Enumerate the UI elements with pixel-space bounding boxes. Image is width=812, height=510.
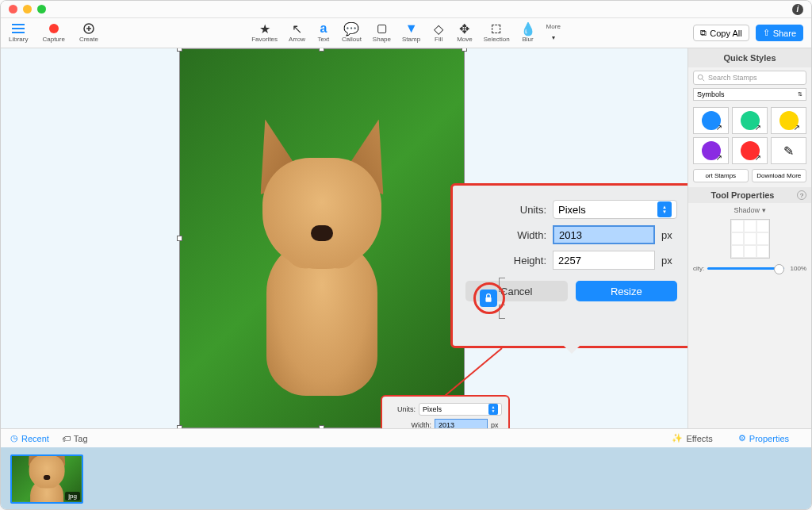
stamp-purple-cursor[interactable] [693, 137, 729, 164]
opacity-label: city: [693, 265, 704, 272]
units-select[interactable]: Pixels ▲▼ [553, 200, 677, 219]
aspect-lock-area [473, 274, 508, 322]
toolbar: Library Capture Create ★Favorites ↖Arrow… [1, 18, 811, 48]
close-window-button[interactable] [9, 5, 17, 13]
help-icon[interactable]: ? [797, 190, 806, 200]
resize-handle-bm[interactable] [319, 425, 324, 428]
px-label: px [491, 421, 502, 428]
window-controls [9, 5, 46, 13]
favorites-tool[interactable]: ★Favorites [251, 23, 278, 43]
width-label-sm: Width: [404, 421, 431, 428]
px-label: px [661, 255, 677, 267]
image-content [180, 49, 464, 428]
stamp-tool[interactable]: ▼Stamp [402, 23, 420, 43]
resize-button[interactable]: Resize [576, 281, 678, 301]
height-input[interactable]: 2257 [553, 251, 655, 270]
units-select-sm[interactable]: Pixels ▲▼ [419, 403, 502, 416]
shape-tool[interactable]: Shape [373, 23, 391, 43]
height-label: Height: [500, 255, 546, 267]
blur-tool[interactable]: 💧Blur [521, 23, 535, 43]
recent-button[interactable]: ◷ Recent [10, 433, 49, 443]
share-icon: ⇧ [763, 28, 770, 38]
selection-icon [489, 23, 504, 34]
more-tools[interactable]: More▾ [546, 23, 561, 43]
plus-icon [82, 23, 96, 34]
opacity-slider[interactable] [707, 267, 784, 270]
stamp-icon: ▼ [404, 23, 419, 34]
resize-popover-small: Units: Pixels ▲▼ Width: [381, 395, 510, 428]
library-label: Library [9, 36, 28, 43]
stamp-blue-cursor[interactable] [693, 107, 729, 134]
svg-point-3 [698, 75, 703, 79]
effects-button[interactable]: ✨ Effects [672, 433, 712, 443]
tray-thumbnail[interactable]: jpg [10, 454, 83, 504]
shadow-label[interactable]: Shadow ▾ [688, 203, 811, 217]
menu-icon [11, 23, 25, 34]
tag-icon: 🏷 [62, 434, 71, 443]
resize-handle-tl[interactable] [177, 48, 182, 52]
fill-icon: ◇ [431, 23, 446, 34]
units-label: Units: [500, 204, 546, 216]
stamp-wand[interactable]: ✎ [771, 137, 806, 164]
chevron-down-icon: ▾ [546, 32, 561, 43]
resize-popover-large: Units: Pixels ▲▼ [450, 183, 688, 348]
select-chevrons-icon: ▲▼ [657, 201, 672, 217]
resize-handle-tm[interactable] [319, 48, 324, 52]
move-tool[interactable]: ✥Move [457, 23, 473, 43]
fill-tool[interactable]: ◇Fill [431, 23, 446, 43]
record-icon [47, 23, 61, 34]
copy-all-button[interactable]: ⧉Copy All [693, 25, 749, 41]
search-icon [697, 74, 705, 82]
resize-handle-ml[interactable] [177, 236, 182, 241]
image-tray: jpg [1, 447, 811, 510]
stamp-green-cursor[interactable] [732, 107, 768, 134]
callout-highlight-circle [473, 282, 505, 314]
canvas-image[interactable] [179, 48, 465, 428]
width-input-sm[interactable]: 2013 [435, 419, 488, 428]
thumbnail-ext-label: jpg [65, 492, 80, 500]
text-icon: a [316, 23, 331, 34]
shadow-direction-grid[interactable] [730, 219, 770, 259]
library-button[interactable]: Library [9, 23, 28, 43]
callout-tool[interactable]: 💬Callout [342, 23, 362, 43]
import-stamps-button[interactable]: ort Stamps [693, 169, 749, 182]
selection-tool[interactable]: Selection [484, 23, 510, 43]
resize-handle-bl[interactable] [177, 425, 182, 428]
search-stamps-input[interactable]: Search Stamps [693, 71, 806, 85]
callout-icon: 💬 [344, 23, 358, 34]
stamp-yellow-cursor[interactable] [771, 107, 806, 134]
symbols-dropdown[interactable]: Symbols ⇅ [693, 88, 806, 101]
tool-properties-title: Tool Properties [688, 190, 797, 200]
text-tool[interactable]: aText [316, 23, 331, 43]
share-button[interactable]: ⇧Share [756, 25, 803, 41]
create-button[interactable]: Create [79, 23, 98, 43]
move-icon: ✥ [458, 23, 472, 34]
tag-button[interactable]: 🏷 Tag [62, 434, 88, 443]
app-window: i Library Capture Create ★Favorites ↖Arr… [0, 0, 812, 510]
canvas-area[interactable]: Units: Pixels ▲▼ Width: [1, 48, 688, 428]
wand-icon: ✎ [783, 144, 794, 159]
sidebar: Quick Styles Search Stamps Symbols ⇅ ✎ o… [688, 48, 811, 428]
create-label: Create [79, 36, 98, 43]
select-chevrons-icon: ▲▼ [488, 404, 498, 415]
properties-button[interactable]: ⚙ Properties [738, 433, 789, 443]
blur-icon: 💧 [521, 23, 535, 34]
info-icon[interactable]: i [792, 4, 803, 15]
minimize-window-button[interactable] [23, 5, 32, 13]
stamp-grid: ✎ [688, 102, 811, 169]
effects-icon: ✨ [672, 433, 683, 443]
width-input[interactable]: 2013 [553, 225, 655, 244]
star-icon: ★ [258, 23, 272, 34]
titlebar: i [1, 1, 811, 18]
resize-handle-tr[interactable] [462, 48, 467, 52]
units-label-sm: Units: [389, 405, 416, 413]
fullscreen-window-button[interactable] [37, 5, 46, 13]
stamp-red-cursor[interactable] [732, 137, 768, 164]
shape-icon [374, 23, 389, 34]
dropdown-chevrons-icon: ⇅ [798, 91, 802, 98]
arrow-tool[interactable]: ↖Arrow [289, 23, 305, 43]
clock-icon: ◷ [10, 433, 18, 443]
copy-icon: ⧉ [700, 28, 707, 38]
download-more-button[interactable]: Download More [752, 169, 807, 182]
capture-button[interactable]: Capture [42, 23, 64, 43]
